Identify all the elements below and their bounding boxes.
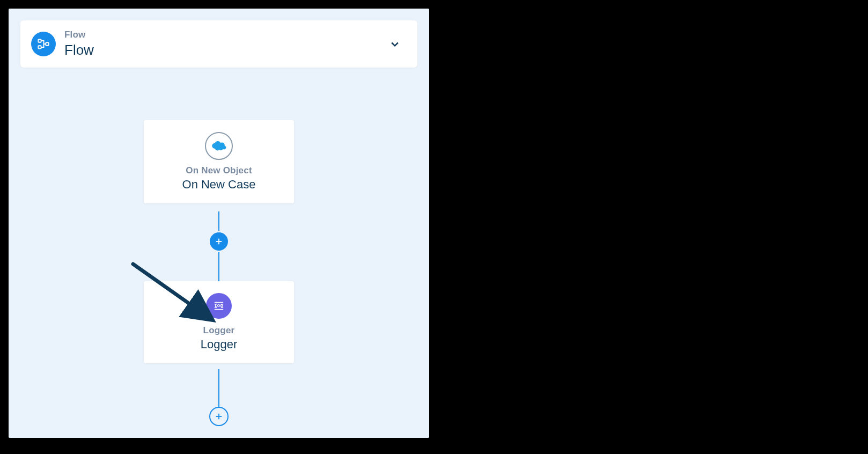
flow-node-logger[interactable]: LOG Logger Logger xyxy=(144,281,294,363)
flow-node-on-new-case[interactable]: On New Object On New Case xyxy=(144,120,294,203)
flow-designer-panel: Flow Flow On New Object On New Case xyxy=(9,9,429,438)
node-title: On New Case xyxy=(149,178,289,192)
flow-header-card[interactable]: Flow Flow xyxy=(20,20,417,68)
flow-header-kicker: Flow xyxy=(64,30,387,40)
logger-icon: LOG xyxy=(206,293,232,319)
flow-icon xyxy=(31,32,56,56)
chevron-down-icon[interactable] xyxy=(387,36,402,52)
connector-line xyxy=(218,369,219,411)
add-step-button[interactable] xyxy=(210,232,228,251)
node-kicker: Logger xyxy=(149,325,289,336)
flow-header-title: Flow xyxy=(64,42,387,58)
node-title: Logger xyxy=(149,338,289,352)
node-kicker: On New Object xyxy=(149,165,289,176)
flow-canvas[interactable]: On New Object On New Case LOG xyxy=(9,89,429,438)
add-step-end-button[interactable] xyxy=(209,407,229,426)
salesforce-cloud-icon xyxy=(205,132,233,160)
flow-header-text: Flow Flow xyxy=(64,30,387,58)
